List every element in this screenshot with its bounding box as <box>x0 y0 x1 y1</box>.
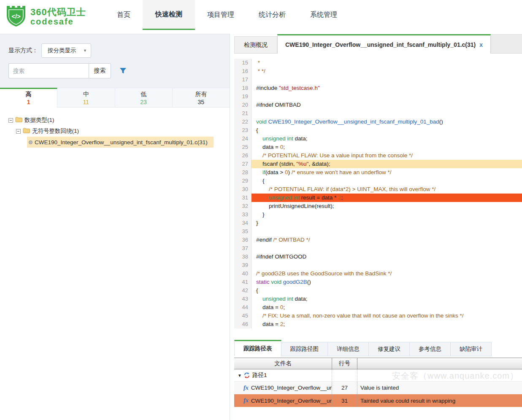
svg-text:</>: </> <box>11 13 21 20</box>
trace-description: Tainted value could result in wrapping <box>357 394 522 407</box>
function-fx-icon: fx <box>243 385 249 391</box>
code-text: static void goodG2B() <box>252 278 522 286</box>
severity-label: 中 <box>57 90 114 98</box>
chevron-down-icon: ▼ <box>83 48 87 53</box>
close-tab-icon[interactable]: x <box>479 41 483 48</box>
code-line-31: 31 unsigned int result = data * 2; <box>234 194 522 202</box>
code-line-39: 39 <box>234 261 522 269</box>
code-text: } <box>252 219 522 227</box>
code-line-32: 32 printUnsignedLine(result); <box>234 202 522 210</box>
code-line-16: 16 * */ <box>234 67 522 75</box>
detail-tab-trace-table[interactable]: 跟踪路径表 <box>234 340 281 356</box>
sev-tab-medium[interactable]: 中11 <box>57 88 115 108</box>
line-number: 19 <box>234 92 252 101</box>
code-text <box>252 109 522 118</box>
detail-tab-defect-audit[interactable]: 缺陷审计 <box>451 342 492 356</box>
code-text: data = 2; <box>252 320 522 328</box>
tree-node-category[interactable]: 数据类型(1) <box>0 115 230 126</box>
detail-tab-fix-advice[interactable]: 修复建议 <box>369 342 410 356</box>
main-panel: 检测概况 CWE190_Integer_Overflow__unsigned_i… <box>234 34 522 420</box>
code-line-25: 25 data = 0; <box>234 143 522 151</box>
tab-open-file[interactable]: CWE190_Integer_Overflow__unsigned_int_fs… <box>277 34 491 54</box>
code-line-41: 41static void goodG2B() <box>234 278 522 286</box>
detail-tab-reference[interactable]: 参考信息 <box>410 342 451 356</box>
code-text: /* POTENTIAL FLAW: if (data*2) > UINT_MA… <box>252 185 522 194</box>
column-header-line: 行号 <box>332 358 357 369</box>
code-line-20: 20#ifndef OMITBAD <box>234 101 522 109</box>
brand-text: 360代码卫士 codesafe <box>30 7 86 26</box>
tab-strip-filler <box>491 34 522 53</box>
code-text <box>252 92 522 101</box>
code-text: data = 0; <box>252 143 522 151</box>
column-header-empty <box>357 358 522 369</box>
shield-code-logo-icon: </> <box>6 5 26 29</box>
collapse-icon[interactable] <box>16 129 21 134</box>
severity-count: 35 <box>173 98 230 106</box>
code-text: unsigned int result = data * 2; <box>252 194 522 202</box>
line-number: 16 <box>234 67 252 75</box>
nav-item-system-management[interactable]: 系统管理 <box>298 0 349 30</box>
line-number: 42 <box>234 286 252 295</box>
line-number: 46 <box>234 320 252 328</box>
line-number: 37 <box>234 244 252 253</box>
line-number: 28 <box>234 168 252 177</box>
column-header-filename: 文件名 <box>234 358 332 369</box>
code-line-35: 35 <box>234 227 522 236</box>
main-nav: 首页快速检测项目管理统计分析系统管理 <box>105 0 349 30</box>
line-number: 32 <box>234 202 252 210</box>
tree-node-subcategory[interactable]: 无符号整数回绕(1) <box>0 126 230 137</box>
code-line-43: 43 unsigned int data; <box>234 295 522 303</box>
trace-path-group-row[interactable]: ▼ 路径1 <box>234 369 522 382</box>
code-text <box>252 75 522 84</box>
code-line-34: 34} <box>234 219 522 227</box>
code-line-26: 26 /* POTENTIAL FLAW: Use a value input … <box>234 151 522 160</box>
detail-tab-details[interactable]: 详细信息 <box>328 342 369 356</box>
path-group-label: 路径1 <box>252 372 267 379</box>
code-text: data = 0; <box>252 303 522 312</box>
nav-item-statistics[interactable]: 统计分析 <box>246 0 298 30</box>
content-area: 显示方式： 按分类显示 ▼ 搜索 高1中11低23所有35 <box>0 34 522 420</box>
code-line-42: 42{ <box>234 286 522 295</box>
code-text: unsigned int data; <box>252 295 522 303</box>
sev-tab-low[interactable]: 低23 <box>115 88 173 108</box>
code-line-28: 28 if(data > 0) /* ensure we won't have … <box>234 168 522 177</box>
trace-file-name: CWE190_Integer_Overflow__unsigne... <box>251 385 332 391</box>
tree-leaf-row: CWE190_Integer_Overflow__unsigned_int_fs… <box>0 137 230 148</box>
tree-leaf-defect-file[interactable]: CWE190_Integer_Overflow__unsigned_int_fs… <box>27 137 214 148</box>
severity-tabs: 高1中11低23所有35 <box>0 88 230 108</box>
nav-item-quick-scan[interactable]: 快速检测 <box>143 0 195 30</box>
code-line-24: 24 unsigned int data; <box>234 135 522 143</box>
tab-scan-overview[interactable]: 检测概况 <box>234 36 277 53</box>
app-logo: </> 360代码卫士 codesafe <box>0 0 105 33</box>
detail-tab-trace-graph[interactable]: 跟踪路径图 <box>281 342 328 356</box>
line-number: 40 <box>234 269 252 278</box>
collapse-icon[interactable] <box>8 118 13 123</box>
trace-row[interactable]: fxCWE190_Integer_Overflow__unsigne...27V… <box>234 382 522 394</box>
code-text: #include "std_testcase.h" <box>252 84 522 92</box>
panel-divider <box>230 34 234 420</box>
line-number: 17 <box>234 75 252 84</box>
code-text: * */ <box>252 67 522 75</box>
line-number: 25 <box>234 143 252 151</box>
trace-row[interactable]: fxCWE190_Integer_Overflow__unsigne...31T… <box>234 394 522 407</box>
filter-funnel-icon[interactable] <box>119 67 127 74</box>
collapse-triangle-icon[interactable]: ▼ <box>238 373 242 378</box>
display-mode-label: 显示方式： <box>8 47 38 54</box>
code-line-18: 18#include "std_testcase.h" <box>234 84 522 92</box>
nav-item-project-management[interactable]: 项目管理 <box>195 0 246 30</box>
app-header: </> 360代码卫士 codesafe 首页快速检测项目管理统计分析系统管理 <box>0 0 522 33</box>
severity-label: 低 <box>115 90 172 98</box>
display-mode-select[interactable]: 按分类显示 ▼ <box>41 43 91 58</box>
code-viewer[interactable]: 15 *16 * */1718#include "std_testcase.h"… <box>234 54 522 339</box>
line-number: 35 <box>234 227 252 236</box>
sev-tab-high[interactable]: 高1 <box>0 88 57 108</box>
folder-icon <box>15 117 22 124</box>
sev-tab-all[interactable]: 所有35 <box>173 88 230 108</box>
nav-item-home[interactable]: 首页 <box>105 0 143 30</box>
code-text: /* goodG2B uses the GoodSource with the … <box>252 269 522 278</box>
severity-label: 所有 <box>173 90 230 98</box>
code-text: printUnsignedLine(result); <box>252 202 522 210</box>
search-input[interactable] <box>8 63 89 78</box>
defect-sidebar: 显示方式： 按分类显示 ▼ 搜索 高1中11低23所有35 <box>0 34 230 420</box>
search-button[interactable]: 搜索 <box>89 63 111 78</box>
